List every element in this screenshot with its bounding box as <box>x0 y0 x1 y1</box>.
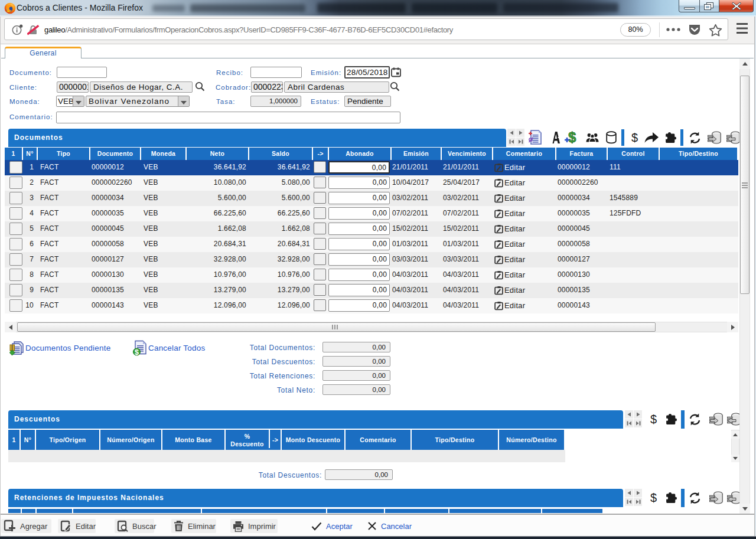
svg-text:$: $ <box>568 130 576 145</box>
svg-text:$: $ <box>631 131 638 144</box>
svg-text:$: $ <box>650 413 657 426</box>
svg-text:$: $ <box>650 491 657 504</box>
svg-text:$: $ <box>135 348 139 357</box>
